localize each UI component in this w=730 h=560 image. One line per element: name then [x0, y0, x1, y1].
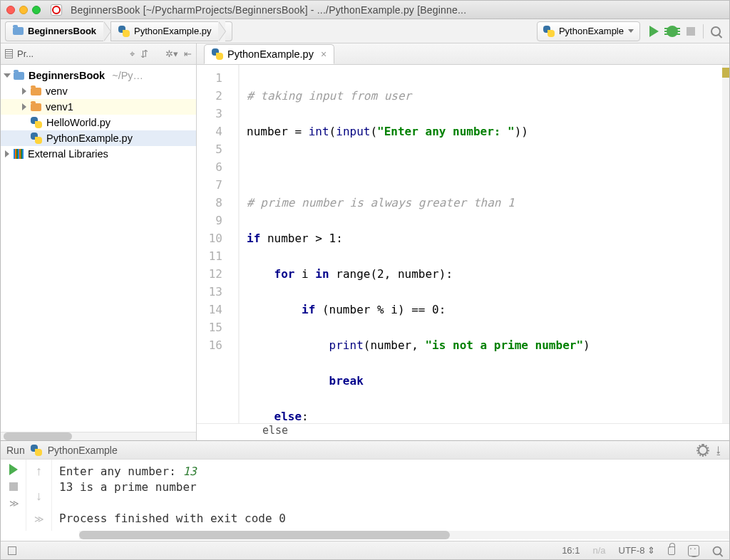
- down-arrow-icon[interactable]: ↓: [36, 489, 42, 504]
- run-button[interactable]: [644, 22, 663, 41]
- project-root-name: BeginnersBook: [29, 70, 105, 81]
- project-panel-tools: ⌖ ⇵ ✲▾ ⇤: [130, 48, 192, 60]
- hide-panel-icon[interactable]: ⇤: [184, 48, 192, 60]
- line-number: 4: [197, 123, 222, 140]
- code-token: if: [247, 232, 260, 245]
- code-token: ): [583, 338, 590, 352]
- line-separator[interactable]: n/a: [592, 545, 605, 556]
- line-number: 3: [197, 105, 222, 123]
- tool-windows-toggle-icon[interactable]: [8, 546, 16, 555]
- warning-marker[interactable]: [722, 68, 729, 78]
- line-number: 9: [197, 212, 222, 229]
- expand-arrow-icon[interactable]: [5, 150, 9, 157]
- tree-file-pythonexample[interactable]: PythonExample.py: [1, 130, 196, 146]
- play-icon: [649, 26, 659, 37]
- gear-icon[interactable]: [698, 445, 708, 455]
- code-token: (: [329, 125, 336, 138]
- python-file-icon: [31, 445, 42, 456]
- line-number: 14: [197, 301, 222, 318]
- code-token: 1: [329, 232, 336, 245]
- run-tool-header[interactable]: Run PythonExample ⭳: [1, 441, 729, 460]
- inspections-face-icon[interactable]: [688, 545, 699, 556]
- file-encoding[interactable]: UTF-8 ⇕: [619, 545, 655, 556]
- run-console-output[interactable]: Enter any number: 13 13 is a prime numbe…: [52, 460, 729, 531]
- code-token: if: [302, 303, 315, 316]
- code-token: 2: [377, 267, 384, 281]
- target-icon[interactable]: ⌖: [130, 48, 135, 60]
- maximize-window-button[interactable]: [32, 6, 41, 14]
- tree-folder-venv[interactable]: venv: [1, 83, 196, 99]
- run-horizontal-scrollbar[interactable]: [79, 531, 729, 539]
- console-prompt: Enter any number:: [59, 465, 182, 478]
- line-number-gutter[interactable]: 1 2 3 4 5 6 7 8 9 10 11 12 13 14 15 16: [197, 65, 240, 423]
- code-token: "is not a prime number": [425, 338, 583, 352]
- tree-item-label: HelloWorld.py: [46, 117, 110, 128]
- project-panel-header[interactable]: Pr... ⌖ ⇵ ✲▾ ⇤: [1, 43, 196, 65]
- tree-item-label: PythonExample.py: [46, 133, 133, 144]
- editor-context-breadcrumb[interactable]: else: [197, 423, 729, 440]
- rerun-button[interactable]: [9, 464, 18, 475]
- breadcrumb-tail: [225, 21, 232, 41]
- run-config-label: PythonExample: [559, 26, 624, 36]
- breadcrumb-separator: [218, 21, 225, 41]
- code-token: (: [370, 125, 377, 138]
- minimize-window-button[interactable]: [19, 6, 28, 14]
- window-title: BeginnersBook [~/PycharmProjects/Beginne…: [71, 4, 466, 16]
- run-header-name: PythonExample: [48, 445, 118, 456]
- line-number: 8: [197, 194, 222, 212]
- code-token: # prime number is always greater than 1: [247, 196, 515, 209]
- up-arrow-icon[interactable]: ↑: [36, 464, 42, 479]
- code-token: :: [336, 232, 343, 245]
- code-token: (number,: [364, 338, 426, 352]
- gear-icon[interactable]: ✲▾: [165, 48, 178, 60]
- readonly-lock-icon[interactable]: [668, 546, 675, 555]
- line-number: 13: [197, 283, 222, 301]
- tree-folder-venv1[interactable]: venv1: [1, 99, 196, 115]
- stop-run-button[interactable]: [9, 482, 18, 491]
- breadcrumb-project[interactable]: BeginnersBook: [5, 21, 103, 41]
- code-text[interactable]: # taking input from user number = int(in…: [240, 65, 729, 423]
- context-label: else: [262, 424, 288, 437]
- python-file-icon: [31, 117, 42, 128]
- download-icon[interactable]: ⭳: [714, 445, 724, 456]
- breadcrumb-separator: [103, 21, 110, 41]
- close-window-button[interactable]: [6, 6, 15, 14]
- collapse-icon[interactable]: ⇵: [140, 48, 148, 60]
- editor-error-stripe[interactable]: [722, 65, 729, 423]
- python-file-icon: [31, 133, 42, 144]
- breadcrumb-file[interactable]: PythonExample.py: [110, 21, 218, 41]
- project-tool-window: Pr... ⌖ ⇵ ✲▾ ⇤ BeginnersBook ~/Py… venv: [1, 43, 197, 440]
- status-bar: 16:1 n/a UTF-8 ⇕: [1, 541, 729, 559]
- console-exit-line: Process finished with exit code 0: [59, 511, 722, 527]
- search-icon[interactable]: [713, 546, 722, 555]
- caret-position[interactable]: 16:1: [562, 545, 580, 556]
- close-tab-icon[interactable]: ×: [321, 48, 327, 60]
- line-number: 2: [197, 87, 222, 105]
- tree-item-label: venv: [46, 85, 68, 97]
- project-tree[interactable]: BeginnersBook ~/Py… venv venv1 HelloWorl…: [1, 65, 196, 432]
- python-file-icon: [543, 26, 555, 37]
- code-area[interactable]: 1 2 3 4 5 6 7 8 9 10 11 12 13 14 15 16 #…: [197, 65, 729, 423]
- more-arrow-icon[interactable]: ≫: [34, 514, 44, 524]
- reorder-button[interactable]: ≫: [9, 498, 17, 509]
- code-token: [247, 410, 274, 423]
- expand-arrow-icon[interactable]: [4, 73, 11, 78]
- line-number: 11: [197, 247, 222, 265]
- expand-arrow-icon[interactable]: [22, 88, 26, 95]
- tree-project-root[interactable]: BeginnersBook ~/Py…: [1, 68, 196, 83]
- editor-tab-pythonexample[interactable]: PythonExample.py ×: [204, 44, 334, 64]
- expand-arrow-icon[interactable]: [22, 103, 26, 110]
- search-icon: [711, 26, 721, 36]
- project-horizontal-scrollbar[interactable]: [1, 432, 196, 440]
- code-token: :: [302, 410, 309, 423]
- search-everywhere-button[interactable]: [706, 22, 725, 41]
- tree-external-libraries[interactable]: External Libraries: [1, 146, 196, 162]
- tree-file-helloworld[interactable]: HelloWorld.py: [1, 115, 196, 130]
- debug-button[interactable]: [663, 22, 682, 41]
- code-token: break: [329, 374, 364, 388]
- run-config-selector[interactable]: PythonExample: [537, 21, 640, 41]
- code-token: in: [315, 267, 329, 281]
- code-token: 0: [432, 303, 439, 316]
- line-number: 7: [197, 176, 222, 194]
- stop-button[interactable]: [682, 22, 700, 41]
